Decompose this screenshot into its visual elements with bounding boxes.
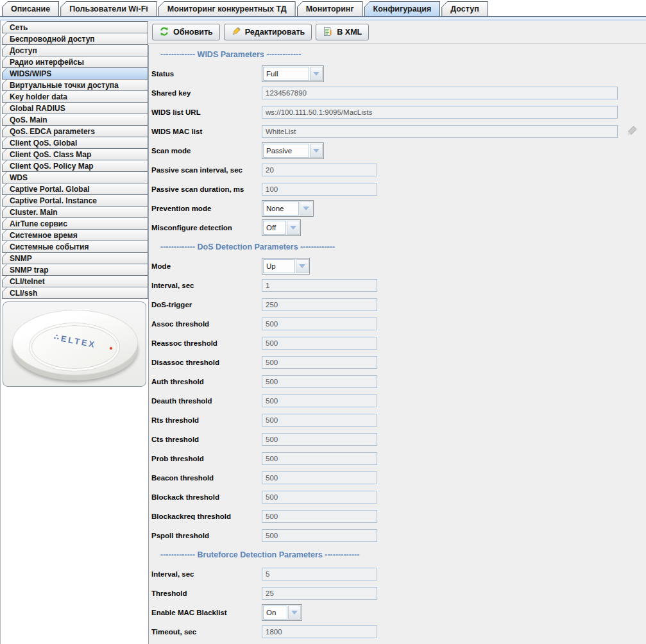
form-row: Rts threshold 500	[149, 411, 646, 430]
section-title: ------------- WIDS Parameters ----------…	[149, 45, 646, 64]
sidebar-item-label: Captive Portal. Global	[10, 185, 90, 194]
sidebar-item[interactable]: Client QoS. Class Map	[2, 148, 148, 160]
form-row: Blockackreq threshold 500	[149, 507, 646, 526]
sidebar-item[interactable]: AirTune сервис	[2, 217, 148, 230]
text-field[interactable]: 500	[262, 433, 377, 446]
sidebar-item-label: Сеть	[10, 23, 28, 32]
top-tab[interactable]: Мониторинг конкурентных ТД	[158, 1, 296, 16]
field-label: Prob threshold	[151, 455, 262, 462]
field-label: Interval, sec	[151, 282, 262, 289]
dropdown[interactable]: On	[262, 604, 302, 621]
sidebar-item[interactable]: SNMP trap	[2, 264, 148, 276]
text-field[interactable]: 25	[262, 587, 377, 600]
pencil-icon[interactable]	[623, 124, 640, 139]
sidebar-item[interactable]: QoS. Main	[2, 114, 148, 126]
sidebar-item-label: CLI/ssh	[10, 289, 37, 298]
sidebar-item[interactable]: WDS	[2, 171, 148, 183]
text-field[interactable]: 500	[262, 414, 377, 427]
sidebar-item-label: Радио интерфейсы	[10, 58, 84, 67]
form-row: Timeout, sec 1800	[149, 622, 646, 641]
text-field[interactable]: 1	[262, 279, 377, 292]
sidebar-item-label: AirTune сервис	[10, 219, 67, 228]
field-label: Cts threshold	[151, 436, 262, 443]
field-label: Reassoc threshold	[151, 339, 262, 347]
dropdown[interactable]: Passive	[262, 142, 324, 159]
dropdown[interactable]: Up	[262, 258, 310, 275]
sidebar-item-label: SNMP trap	[10, 266, 48, 275]
chevron-down-icon	[313, 72, 319, 76]
sidebar-item[interactable]: Global RADIUS	[2, 102, 148, 114]
text-field[interactable]: WhiteList	[262, 125, 618, 138]
sidebar-item[interactable]: Cluster. Main	[2, 206, 148, 218]
toolbar: Обновить Редактировать	[148, 21, 646, 44]
sidebar-item[interactable]: Сеть	[2, 21, 148, 33]
sidebar-item-label: Client QoS. Policy Map	[10, 162, 94, 171]
top-tab[interactable]: Мониторинг	[297, 1, 363, 16]
dropdown[interactable]: Full	[262, 65, 324, 82]
form-row: Reassoc threshold 500	[149, 334, 646, 353]
sidebar-item[interactable]: Client QoS. Global	[2, 137, 148, 149]
dropdown-arrow-button[interactable]	[288, 606, 301, 620]
sidebar-item[interactable]: Доступ	[2, 44, 148, 56]
text-field[interactable]: 100	[262, 183, 377, 196]
select-value: On	[263, 606, 287, 620]
to-xml-button[interactable]: В XML	[316, 24, 369, 40]
sidebar-item[interactable]: Виртуальные точки доступа	[2, 79, 148, 91]
top-tab[interactable]: Описание	[2, 1, 59, 16]
dropdown[interactable]: None	[262, 200, 314, 217]
top-tab[interactable]: Конфигурация	[364, 1, 441, 16]
text-field[interactable]: 500	[262, 375, 377, 388]
sidebar-item[interactable]: QoS. EDCA parameters	[2, 125, 148, 137]
text-field[interactable]: 500	[262, 356, 377, 369]
sidebar-item[interactable]: Captive Portal. Global	[2, 183, 148, 195]
sidebar-item[interactable]: Key holder data	[2, 90, 148, 103]
text-field[interactable]: 500	[262, 510, 377, 523]
sidebar-item[interactable]: Радио интерфейсы	[2, 56, 148, 68]
dropdown-arrow-button[interactable]	[296, 259, 309, 273]
text-field[interactable]: 500	[262, 394, 377, 407]
text-field[interactable]: 1234567890	[262, 87, 618, 99]
text-field[interactable]: ws://100.111.50.1:9095/MacLists	[262, 106, 618, 119]
field-label: Interval, sec	[151, 570, 262, 578]
dropdown-arrow-button[interactable]	[310, 67, 323, 81]
field-label: Auth threshold	[151, 378, 262, 386]
sidebar-item[interactable]: CLI/ssh	[2, 287, 148, 299]
sidebar-item[interactable]: Беспроводной доступ	[2, 33, 148, 45]
sidebar-item[interactable]: Системные события	[2, 241, 148, 253]
dropdown-arrow-button[interactable]	[300, 201, 312, 216]
text-field[interactable]: 500	[262, 337, 377, 350]
section-rows: Interval, sec 5 Threshold 25 Enable MAC …	[149, 564, 646, 641]
top-tab[interactable]: Пользователи Wi-Fi	[60, 1, 157, 16]
text-field[interactable]: 1800	[262, 625, 377, 638]
sidebar-item[interactable]: Captive Portal. Instance	[2, 194, 148, 207]
text-field[interactable]: 20	[262, 164, 377, 176]
form-row: Auth threshold 500	[149, 372, 646, 391]
sidebar-item[interactable]: Системное время	[2, 229, 148, 241]
tab-label: Мониторинг	[306, 4, 354, 13]
text-field[interactable]: 5	[262, 568, 377, 580]
edit-button[interactable]: Редактировать	[224, 24, 312, 40]
text-field[interactable]: 500	[262, 318, 377, 330]
content-panel: Обновить Редактировать	[148, 21, 646, 644]
field-label: Passive scan duration, ms	[151, 185, 262, 193]
sidebar-item[interactable]: WIDS/WIPS	[2, 67, 148, 80]
sidebar-item[interactable]: CLI/telnet	[2, 275, 148, 287]
field-label: Assoc threshold	[151, 320, 262, 328]
sidebar-item[interactable]: SNMP	[2, 252, 148, 264]
field-label: Timeout, sec	[151, 628, 262, 636]
dropdown-arrow-button[interactable]	[310, 144, 323, 158]
sidebar-item-label: Системное время	[10, 231, 78, 240]
text-field[interactable]: 500	[262, 529, 377, 542]
top-tab[interactable]: Доступ	[441, 1, 488, 16]
text-field[interactable]: 500	[262, 491, 377, 504]
text-field[interactable]: 500	[262, 452, 377, 465]
field-label: Scan mode	[151, 147, 262, 155]
dropdown[interactable]: Off	[262, 219, 301, 236]
sidebar-item[interactable]: Client QoS. Policy Map	[2, 160, 148, 172]
text-field[interactable]: 500	[262, 471, 377, 484]
text-field[interactable]: 250	[262, 298, 377, 311]
refresh-button[interactable]: Обновить	[152, 24, 220, 40]
field-label: Passive scan interval, sec	[151, 166, 262, 174]
dropdown-arrow-button[interactable]	[287, 221, 300, 235]
field-label: Shared key	[151, 89, 262, 97]
